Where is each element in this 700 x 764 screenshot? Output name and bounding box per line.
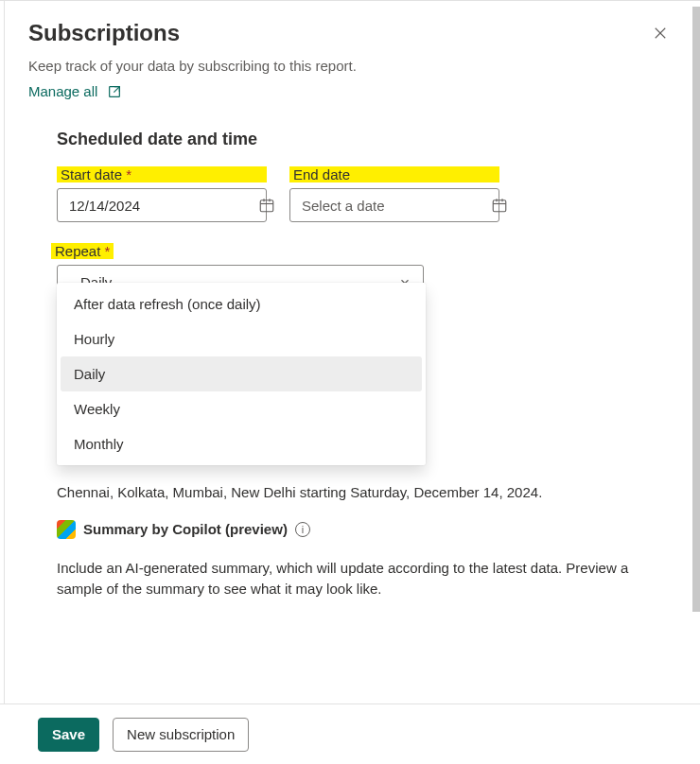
repeat-option-weekly[interactable]: Weekly <box>61 391 422 426</box>
end-date-text[interactable] <box>300 197 483 215</box>
open-new-window-icon <box>107 84 122 99</box>
subtitle: Keep track of your data by subscribing t… <box>0 46 700 74</box>
repeat-option-daily[interactable]: Daily <box>61 356 422 391</box>
repeat-option-hourly[interactable]: Hourly <box>61 321 422 356</box>
end-date-input[interactable] <box>289 188 499 222</box>
start-date-text[interactable] <box>67 197 251 215</box>
panel-header: Subscriptions <box>0 1 700 46</box>
svg-rect-4 <box>260 200 273 212</box>
close-button[interactable] <box>649 22 672 44</box>
calendar-icon <box>491 197 508 214</box>
end-date-label: End date <box>289 166 499 182</box>
manage-all-label: Manage all <box>28 83 97 99</box>
left-edge <box>0 1 5 703</box>
copilot-row: Summary by Copilot (preview) i <box>0 503 700 539</box>
subscriptions-panel: Subscriptions Keep track of your data by… <box>0 0 700 764</box>
calendar-icon <box>258 197 275 214</box>
section-title: Scheduled date and time <box>0 99 700 149</box>
repeat-field: Repeat Daily After data refresh (once da… <box>0 222 700 299</box>
start-date-input[interactable] <box>57 188 267 222</box>
info-icon[interactable]: i <box>295 522 310 537</box>
start-date-field: Start date <box>57 166 267 222</box>
date-fields-row: Start date End date <box>0 149 700 222</box>
page-title: Subscriptions <box>28 20 180 46</box>
close-icon <box>652 25 669 42</box>
copilot-icon <box>57 520 76 539</box>
repeat-label: Repeat <box>51 243 114 259</box>
start-date-label: Start date <box>57 166 267 182</box>
svg-rect-8 <box>493 200 506 212</box>
scrollbar[interactable] <box>692 7 700 612</box>
save-button[interactable]: Save <box>38 718 99 752</box>
manage-all-link[interactable]: Manage all <box>28 83 122 99</box>
copilot-label: Summary by Copilot (preview) <box>83 521 288 537</box>
repeat-option-after-refresh[interactable]: After data refresh (once daily) <box>61 286 422 321</box>
footer-bar: Save New subscription <box>0 703 700 764</box>
new-subscription-button[interactable]: New subscription <box>113 718 249 752</box>
copilot-description: Include an AI-generated summary, which w… <box>0 539 700 599</box>
repeat-dropdown-list: After data refresh (once daily) Hourly D… <box>57 283 426 465</box>
end-date-field: End date <box>289 166 499 222</box>
svg-line-3 <box>114 86 120 92</box>
repeat-option-monthly[interactable]: Monthly <box>61 426 422 461</box>
